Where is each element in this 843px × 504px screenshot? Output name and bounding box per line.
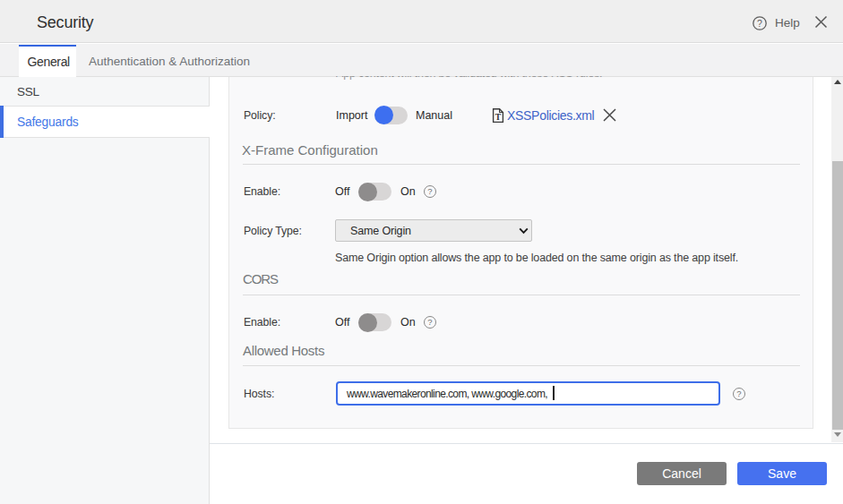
svg-text:?: ?	[757, 18, 762, 29]
svg-text:T: T	[495, 113, 502, 122]
